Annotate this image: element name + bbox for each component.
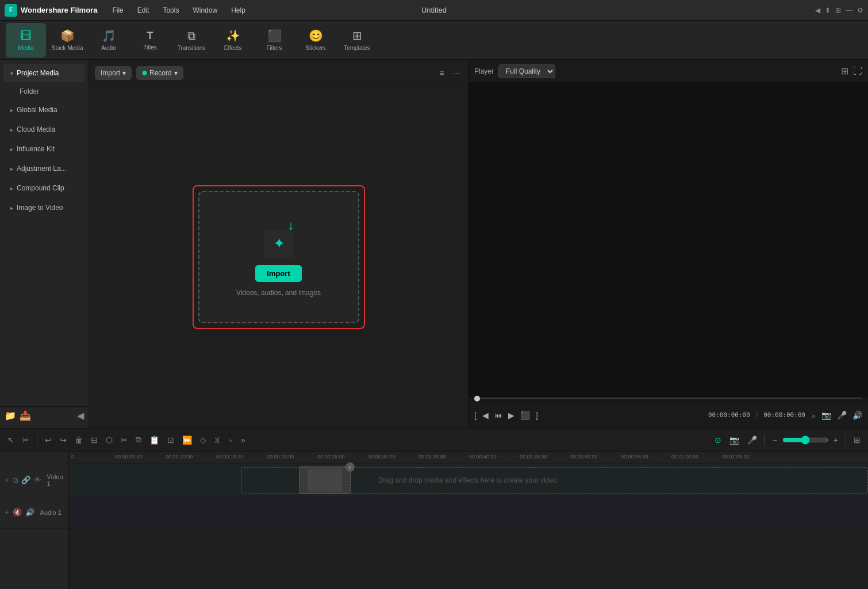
sidebar-import-btn[interactable]: 📥 bbox=[20, 410, 31, 421]
import-button[interactable]: Import ▾ bbox=[95, 66, 132, 80]
toolbar-btn-audio[interactable]: 🎵 Audio bbox=[89, 23, 129, 58]
timeline-undo-btn[interactable]: ↩ bbox=[42, 433, 55, 447]
grid-icon[interactable]: ⊞ bbox=[835, 6, 841, 14]
toolbar-btn-stickers[interactable]: 😊 Stickers bbox=[295, 23, 336, 58]
timeline-redo-btn[interactable]: ↪ bbox=[57, 433, 70, 447]
zoom-in-btn[interactable]: + bbox=[831, 433, 841, 447]
timeline-track-video1[interactable]: + Drag and drop media and effects here t… bbox=[69, 464, 868, 496]
timeline-ripple-delete-btn[interactable]: ⊟ bbox=[88, 433, 101, 447]
expand-arrow-global-media: ▸ bbox=[10, 107, 13, 113]
timeline-mic-btn[interactable]: 🎤 bbox=[744, 433, 760, 447]
preview-seekbar[interactable] bbox=[474, 397, 862, 399]
zoom-out-btn[interactable]: − bbox=[770, 433, 780, 447]
toolbar-btn-filters[interactable]: ⬛ Filters bbox=[254, 23, 294, 58]
record-button[interactable]: ⬤ Record ▾ bbox=[136, 66, 183, 80]
video-track-link-icon[interactable]: 🔗 bbox=[21, 476, 30, 484]
preview-fullscreen-btn[interactable]: ⛶ bbox=[853, 66, 862, 77]
sidebar-item-influence-kit[interactable]: ▸ Influence Kit bbox=[3, 140, 85, 158]
tl-sep-3 bbox=[846, 434, 846, 446]
share-icon[interactable]: ⬆ bbox=[825, 6, 831, 14]
mark-out-btn[interactable]: ] bbox=[536, 411, 538, 420]
add-marker-btn[interactable]: ⬦ bbox=[811, 411, 816, 420]
timeline-snap-btn[interactable]: ⊙ bbox=[712, 433, 724, 447]
sidebar-item-compound-clip[interactable]: ▸ Compound Clip bbox=[3, 179, 85, 197]
toolbar-btn-media[interactable]: 🎞 Media bbox=[6, 23, 46, 58]
media-panel: Import ▾ ⬤ Record ▾ ≡ ··· ↓ ✦ bbox=[89, 60, 468, 428]
timeline-speed-btn[interactable]: ⏩ bbox=[179, 433, 195, 447]
rewind-btn[interactable]: ⏮ bbox=[494, 411, 502, 420]
ruler-1m5s: 00:01:05:00 bbox=[722, 454, 750, 460]
timeline-paste-btn[interactable]: 📋 bbox=[147, 433, 162, 447]
timeline-crop-btn[interactable]: ⊡ bbox=[164, 433, 177, 447]
menu-file[interactable]: File bbox=[106, 4, 129, 17]
sidebar-new-folder-btn[interactable]: 📁 bbox=[5, 410, 16, 421]
ruler-20s: 00:00:20:00 bbox=[267, 454, 294, 460]
preview-panel: Player Full Quality1/2 Quality1/4 Qualit… bbox=[468, 60, 868, 428]
mark-in-btn[interactable]: [ bbox=[474, 411, 477, 420]
sidebar-item-adjustment-la[interactable]: ▸ Adjustment La... bbox=[3, 159, 85, 178]
zoom-slider[interactable] bbox=[782, 435, 828, 445]
sidebar-item-image-to-video[interactable]: ▸ Image to Video bbox=[3, 198, 85, 217]
timeline-transition-auto-btn[interactable]: ⧖ bbox=[212, 433, 223, 447]
preview-controls: [ ◀ ⏮ ▶ ⬛ ] 00:00:00:00 / 00:00:00:00 ⬦ … bbox=[468, 401, 868, 428]
toolbar-btn-templates[interactable]: ⊞ Templates bbox=[337, 23, 377, 58]
filter-sort-btn[interactable]: ≡ bbox=[437, 66, 446, 80]
menu-items: File Edit Tools Window Help bbox=[106, 4, 251, 17]
zoom-control: − + bbox=[770, 433, 841, 447]
video-track-copy-icon[interactable]: ⧉ bbox=[13, 476, 18, 485]
prev-frame-btn[interactable]: ◀ bbox=[482, 411, 489, 420]
menu-edit[interactable]: Edit bbox=[132, 4, 155, 17]
timeline-copy-btn[interactable]: ⧉ bbox=[133, 433, 144, 447]
video-track-eye-icon[interactable]: 👁 bbox=[34, 476, 41, 484]
volume-btn[interactable]: 🔊 bbox=[852, 411, 862, 420]
audio-track-volume-icon[interactable]: 🔊 bbox=[25, 508, 34, 517]
toolbar-btn-transitions[interactable]: ⧉ Transitions bbox=[171, 23, 212, 58]
timeline-group-btn[interactable]: ⬡ bbox=[103, 433, 116, 447]
sidebar-item-cloud-media[interactable]: ▸ Cloud Media bbox=[3, 120, 85, 139]
nav-back-icon[interactable]: ◀ bbox=[815, 6, 820, 14]
timeline-delete-btn[interactable]: 🗑 bbox=[72, 433, 86, 447]
ruler-50s: 00:00:50:00 bbox=[570, 454, 598, 460]
sidebar-item-project-media[interactable]: ▾ Project Media bbox=[3, 64, 85, 82]
templates-icon: ⊞ bbox=[352, 29, 362, 43]
timeline-track-audio1[interactable] bbox=[69, 496, 868, 529]
menu-window[interactable]: Window bbox=[187, 4, 223, 17]
play-btn[interactable]: ▶ bbox=[508, 411, 514, 420]
sidebar-collapse-btn[interactable]: ◀ bbox=[77, 410, 84, 421]
fullscreen-btn[interactable]: ⬛ bbox=[520, 411, 530, 420]
timeline-trim-tool[interactable]: ✂ bbox=[20, 433, 32, 447]
time-current: 00:00:00:00 bbox=[708, 411, 750, 419]
minimize-icon[interactable]: — bbox=[846, 6, 852, 14]
ruler-5s: 00:00:05:00 bbox=[115, 454, 143, 460]
more-options-btn[interactable]: ··· bbox=[451, 66, 462, 80]
timeline-split-btn[interactable]: ⍀ bbox=[225, 433, 236, 447]
menu-tools[interactable]: Tools bbox=[157, 4, 185, 17]
toolbar-btn-titles[interactable]: T Titles bbox=[130, 23, 170, 58]
sidebar-item-global-media[interactable]: ▸ Global Media bbox=[3, 101, 85, 119]
timeline-layout-btn[interactable]: ⊞ bbox=[851, 433, 863, 447]
timeline-select-tool[interactable]: ↖ bbox=[5, 433, 17, 447]
timeline-camera-btn[interactable]: 📷 bbox=[727, 433, 742, 447]
menu-help[interactable]: Help bbox=[225, 4, 251, 17]
preview-grid-view-btn[interactable]: ⊞ bbox=[841, 66, 848, 77]
settings-icon[interactable]: ⚙ bbox=[857, 6, 863, 14]
snapshot-btn[interactable]: 📷 bbox=[821, 411, 831, 420]
ruler-1m: 00:01:00:00 bbox=[671, 454, 699, 460]
quality-select[interactable]: Full Quality1/2 Quality1/4 Quality bbox=[498, 64, 555, 78]
toolbar-btn-effects[interactable]: ✨ Effects bbox=[213, 23, 253, 58]
drop-import-button[interactable]: Import bbox=[255, 265, 301, 282]
voice-record-btn[interactable]: 🎤 bbox=[837, 411, 847, 420]
timeline-more-btn[interactable]: » bbox=[238, 433, 248, 447]
tl-sep-1 bbox=[37, 434, 37, 446]
seekbar-thumb[interactable] bbox=[474, 396, 480, 401]
sidebar-item-folder[interactable]: Folder bbox=[3, 83, 85, 100]
audio-track-add-icon[interactable]: + bbox=[5, 508, 9, 517]
drop-area[interactable]: ↓ ✦ Import Videos, audios, and images bbox=[198, 191, 359, 323]
timeline-cut-btn[interactable]: ✂ bbox=[118, 433, 130, 447]
audio-track-mute-icon[interactable]: 🔇 bbox=[13, 508, 22, 517]
timeline-toolbar: ↖ ✂ ↩ ↪ 🗑 ⊟ ⬡ ✂ ⧉ 📋 ⊡ ⏩ ◇ ⧖ ⍀ » ⊙ 📷 🎤 − … bbox=[0, 429, 868, 452]
timeline-keyframe-btn[interactable]: ◇ bbox=[197, 433, 209, 447]
toolbar-btn-stock-media[interactable]: 📦 Stock Media bbox=[47, 23, 87, 58]
sidebar: ▾ Project Media Folder ▸ Global Media ▸ … bbox=[0, 60, 89, 428]
video-track-add-icon[interactable]: + bbox=[5, 476, 9, 484]
